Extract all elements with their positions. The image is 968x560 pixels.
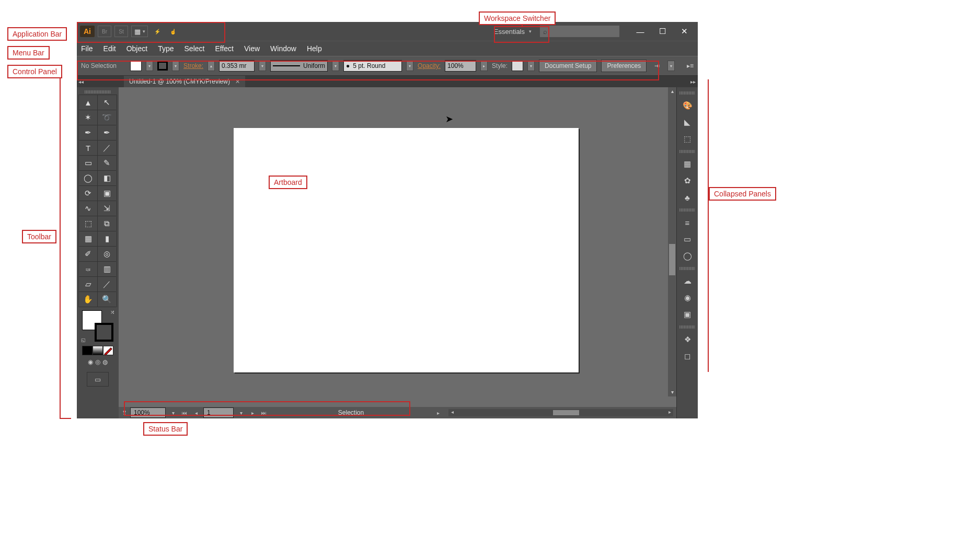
stock-icon[interactable]: St [114, 26, 128, 37]
profile-dropdown[interactable]: ▾ [332, 61, 339, 71]
tool-scale[interactable]: ▣ [98, 186, 116, 201]
stroke-box[interactable] [95, 323, 113, 342]
panel-appearance[interactable]: ◯ [679, 248, 695, 264]
draw-behind-icon[interactable]: ◎ [95, 358, 100, 368]
opacity-field[interactable]: 100% [445, 60, 476, 72]
default-fill-stroke-icon[interactable]: ◱ [81, 337, 86, 343]
search-input[interactable]: ⌕ [540, 26, 619, 37]
horizontal-scroll-thumb[interactable] [553, 410, 579, 415]
brush-dropdown[interactable]: ▾ [406, 61, 413, 71]
panel-symbols[interactable]: ✿ [679, 173, 695, 189]
arrange-documents-icon[interactable]: ▦ [131, 26, 148, 37]
maximize-button[interactable]: ☐ [652, 25, 673, 38]
panel-icon-12[interactable]: ❖ [679, 332, 695, 347]
stroke-dropdown[interactable]: ▾ [172, 61, 179, 71]
last-artboard-icon[interactable]: ⏭ [260, 409, 268, 417]
fill-swatch[interactable] [130, 61, 142, 71]
touch-icon[interactable]: ☝ [167, 26, 179, 37]
tool-perspective[interactable]: ⧉ [98, 216, 116, 231]
panel-color[interactable]: 🎨 [679, 98, 695, 113]
bridge-icon[interactable]: Br [98, 26, 111, 37]
color-gradient[interactable] [93, 346, 103, 355]
tool-rectangle[interactable]: ▭ [79, 156, 98, 171]
tool-zoom[interactable]: 🔍 [98, 292, 116, 307]
brush-field[interactable]: ●5 pt. Round [343, 60, 402, 72]
style-dropdown[interactable]: ▾ [527, 61, 535, 71]
artboard[interactable] [234, 128, 579, 372]
scroll-up-icon[interactable]: ▴ [668, 87, 676, 96]
panels-collapse-icon[interactable]: ▸▸ [690, 79, 696, 85]
document-setup-button[interactable]: Document Setup [539, 60, 597, 72]
menu-effect[interactable]: Effect [215, 44, 234, 53]
opacity-dropdown[interactable]: ▸ [480, 61, 488, 71]
tool-curvature[interactable]: ✒ [98, 125, 116, 141]
tool-eyedropper[interactable]: ✐ [79, 247, 98, 262]
tool-gradient[interactable]: ▮ [98, 231, 116, 247]
menu-type[interactable]: Type [158, 44, 174, 53]
tool-shape-builder[interactable]: ⬚ [79, 216, 98, 231]
style-swatch[interactable] [512, 61, 523, 71]
tool-column-graph[interactable]: ▥ [98, 262, 116, 277]
toolbar-collapse-icon[interactable]: ◂◂ [78, 79, 84, 85]
menu-object[interactable]: Object [126, 44, 147, 53]
gpu-icon[interactable]: ⚡ [151, 26, 164, 37]
menu-file[interactable]: File [81, 44, 93, 53]
tool-mesh[interactable]: ▦ [79, 231, 98, 247]
color-solid[interactable] [82, 346, 93, 355]
tool-symbol-sprayer[interactable]: ⎃ [79, 262, 98, 277]
stroke-link[interactable]: Stroke: [183, 62, 203, 69]
align-icon[interactable]: ⇥ [651, 62, 663, 69]
color-none[interactable] [103, 346, 113, 355]
panel-color-guide[interactable]: ◣ [679, 114, 695, 130]
opacity-link[interactable]: Opacity: [418, 62, 441, 69]
next-artboard-icon[interactable]: ▸ [248, 409, 257, 417]
panel-gradient[interactable]: ≡ [679, 215, 695, 230]
artboard-nav-dropdown[interactable]: ▾ [237, 409, 245, 417]
panel-artboards[interactable]: ▣ [679, 307, 695, 322]
menu-help[interactable]: Help [307, 44, 322, 53]
tool-type[interactable]: T [79, 141, 98, 156]
scroll-down-icon[interactable]: ▾ [668, 388, 676, 396]
fill-stroke-control[interactable]: ⤭ ◱ [82, 310, 113, 342]
tool-line[interactable]: ／ [98, 141, 116, 156]
stroke-weight-dropdown[interactable]: ▾ [259, 61, 266, 71]
canvas[interactable]: ➤ ▴ ▾ [119, 87, 676, 407]
panel-layers[interactable]: ◉ [679, 290, 695, 306]
zoom-field[interactable]: 100% [130, 407, 166, 418]
panel-icon-13[interactable]: ◻ [679, 348, 695, 364]
tool-width[interactable]: ∿ [79, 201, 98, 216]
draw-inside-icon[interactable]: ◍ [102, 358, 108, 368]
document-tab[interactable]: Untitled-1 @ 100% (CMYK/Preview) ✕ [124, 76, 245, 87]
close-button[interactable]: ✕ [674, 25, 695, 38]
menu-view[interactable]: View [244, 44, 260, 53]
prev-artboard-icon[interactable]: ◂ [192, 409, 200, 417]
stroke-swatch[interactable] [157, 61, 168, 71]
panel-menu-icon[interactable]: ▸≡ [687, 62, 694, 69]
tool-artboard[interactable]: ▱ [79, 277, 98, 292]
first-artboard-icon[interactable]: ⏮ [180, 409, 189, 417]
stroke-step-up[interactable]: ▴ [208, 61, 215, 71]
tool-lasso[interactable]: ➰ [98, 110, 116, 125]
menu-edit[interactable]: Edit [103, 44, 116, 53]
tool-shaper[interactable]: ◯ [79, 171, 98, 186]
tool-paintbrush[interactable]: ✎ [98, 156, 116, 171]
tool-hand[interactable]: ✋ [79, 292, 98, 307]
tool-selection[interactable]: ▲ [79, 95, 98, 110]
tool-slice[interactable]: ／ [98, 277, 116, 292]
fill-dropdown[interactable]: ▾ [146, 61, 153, 71]
tool-rotate[interactable]: ⟳ [79, 186, 98, 201]
tool-eraser[interactable]: ◧ [98, 171, 116, 186]
status-flyout-icon[interactable]: ▸ [434, 409, 442, 417]
vertical-scrollbar[interactable]: ▴ ▾ [668, 87, 676, 396]
tool-pen[interactable]: ✒ [79, 125, 98, 141]
minimize-button[interactable]: — [630, 25, 651, 38]
close-tab-icon[interactable]: ✕ [235, 78, 240, 85]
tool-free-transform[interactable]: ⇲ [98, 201, 116, 216]
horizontal-scrollbar[interactable]: ◂ ▸ [448, 409, 673, 416]
panel-graphic-styles[interactable]: ☁ [679, 273, 695, 289]
tool-blend[interactable]: ◎ [98, 247, 116, 262]
zoom-dropdown[interactable]: ▾ [169, 409, 177, 417]
preferences-button[interactable]: Preferences [601, 60, 647, 72]
profile-field[interactable]: Uniform [270, 60, 328, 72]
tool-magic-wand[interactable]: ✶ [79, 110, 98, 125]
